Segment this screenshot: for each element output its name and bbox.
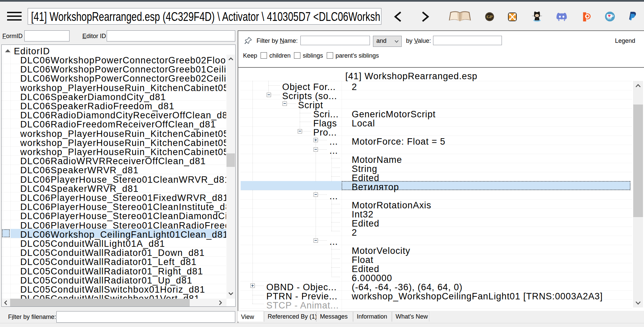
svg-text:GP: GP <box>486 14 492 19</box>
